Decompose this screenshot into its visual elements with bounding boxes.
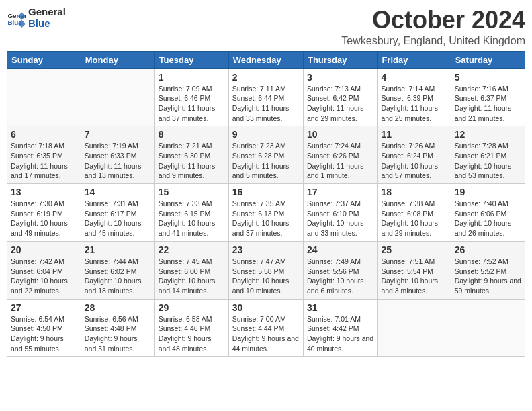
calendar-cell: 15Sunrise: 7:33 AM Sunset: 6:15 PM Dayli…	[154, 184, 228, 242]
calendar-cell: 28Sunrise: 6:56 AM Sunset: 4:48 PM Dayli…	[81, 299, 154, 357]
month-title: October 2024	[341, 7, 525, 34]
calendar-cell: 27Sunrise: 6:54 AM Sunset: 4:50 PM Dayli…	[7, 299, 81, 357]
calendar-cell: 20Sunrise: 7:42 AM Sunset: 6:04 PM Dayli…	[7, 241, 81, 299]
calendar-header: SundayMondayTuesdayWednesdayThursdayFrid…	[7, 51, 525, 68]
calendar-cell: 13Sunrise: 7:30 AM Sunset: 6:19 PM Dayli…	[7, 184, 81, 242]
day-number: 6	[11, 129, 77, 140]
column-header-friday: Friday	[378, 51, 451, 68]
day-info: Sunrise: 7:47 AM Sunset: 5:58 PM Dayligh…	[232, 257, 300, 296]
day-number: 14	[85, 187, 151, 197]
column-header-thursday: Thursday	[303, 51, 377, 68]
day-number: 15	[159, 187, 225, 197]
calendar-cell: 10Sunrise: 7:24 AM Sunset: 6:26 PM Dayli…	[303, 126, 377, 184]
day-info: Sunrise: 7:11 AM Sunset: 6:44 PM Dayligh…	[232, 84, 300, 124]
day-info: Sunrise: 7:52 AM Sunset: 5:52 PM Dayligh…	[455, 257, 521, 296]
day-info: Sunrise: 6:54 AM Sunset: 4:50 PM Dayligh…	[11, 314, 77, 354]
day-number: 29	[159, 302, 225, 313]
calendar-cell: 24Sunrise: 7:49 AM Sunset: 5:56 PM Dayli…	[303, 241, 377, 299]
day-number: 19	[455, 187, 521, 197]
day-info: Sunrise: 7:18 AM Sunset: 6:35 PM Dayligh…	[11, 141, 77, 181]
day-info: Sunrise: 7:31 AM Sunset: 6:17 PM Dayligh…	[85, 199, 151, 238]
day-number: 4	[381, 72, 447, 83]
calendar-cell: 8Sunrise: 7:21 AM Sunset: 6:30 PM Daylig…	[154, 126, 228, 184]
day-info: Sunrise: 7:09 AM Sunset: 6:46 PM Dayligh…	[159, 84, 225, 124]
day-info: Sunrise: 7:35 AM Sunset: 6:13 PM Dayligh…	[232, 199, 300, 238]
day-number: 24	[307, 244, 373, 255]
calendar-cell: 21Sunrise: 7:44 AM Sunset: 6:02 PM Dayli…	[81, 241, 154, 299]
day-number: 10	[307, 129, 373, 140]
calendar-cell: 2Sunrise: 7:11 AM Sunset: 6:44 PM Daylig…	[228, 68, 303, 126]
calendar-cell	[451, 299, 525, 357]
day-number: 25	[381, 244, 447, 255]
day-number: 18	[381, 187, 447, 197]
calendar-cell: 23Sunrise: 7:47 AM Sunset: 5:58 PM Dayli…	[228, 241, 303, 299]
day-number: 12	[455, 129, 521, 140]
day-info: Sunrise: 7:40 AM Sunset: 6:06 PM Dayligh…	[455, 199, 521, 238]
day-number: 31	[307, 302, 373, 313]
logo: General Blue General Blue	[7, 7, 66, 29]
column-header-saturday: Saturday	[451, 51, 525, 68]
day-info: Sunrise: 7:51 AM Sunset: 5:54 PM Dayligh…	[381, 257, 447, 296]
day-number: 13	[11, 187, 77, 197]
calendar-cell: 26Sunrise: 7:52 AM Sunset: 5:52 PM Dayli…	[451, 241, 525, 299]
day-info: Sunrise: 6:56 AM Sunset: 4:48 PM Dayligh…	[85, 314, 151, 354]
calendar-cell	[378, 299, 451, 357]
day-number: 30	[232, 302, 300, 313]
calendar-cell: 31Sunrise: 7:01 AM Sunset: 4:42 PM Dayli…	[303, 299, 377, 357]
day-info: Sunrise: 7:33 AM Sunset: 6:15 PM Dayligh…	[159, 199, 225, 238]
calendar-cell: 6Sunrise: 7:18 AM Sunset: 6:35 PM Daylig…	[7, 126, 81, 184]
day-number: 21	[85, 244, 151, 255]
day-info: Sunrise: 7:38 AM Sunset: 6:08 PM Dayligh…	[381, 199, 447, 238]
day-info: Sunrise: 7:30 AM Sunset: 6:19 PM Dayligh…	[11, 199, 77, 238]
day-info: Sunrise: 7:24 AM Sunset: 6:26 PM Dayligh…	[307, 141, 373, 181]
day-number: 3	[307, 72, 373, 83]
day-number: 27	[11, 302, 77, 313]
calendar-cell: 1Sunrise: 7:09 AM Sunset: 6:46 PM Daylig…	[154, 68, 228, 126]
day-info: Sunrise: 7:00 AM Sunset: 4:44 PM Dayligh…	[232, 314, 300, 354]
calendar-cell: 3Sunrise: 7:13 AM Sunset: 6:42 PM Daylig…	[303, 68, 377, 126]
day-number: 28	[85, 302, 151, 313]
day-info: Sunrise: 7:44 AM Sunset: 6:02 PM Dayligh…	[85, 257, 151, 296]
column-header-tuesday: Tuesday	[154, 51, 228, 68]
calendar-cell: 5Sunrise: 7:16 AM Sunset: 6:37 PM Daylig…	[451, 68, 525, 126]
day-info: Sunrise: 7:45 AM Sunset: 6:00 PM Dayligh…	[159, 257, 225, 296]
day-info: Sunrise: 7:13 AM Sunset: 6:42 PM Dayligh…	[307, 84, 373, 124]
day-info: Sunrise: 7:23 AM Sunset: 6:28 PM Dayligh…	[232, 141, 300, 181]
day-number: 7	[85, 129, 151, 140]
day-info: Sunrise: 7:42 AM Sunset: 6:04 PM Dayligh…	[11, 257, 77, 296]
calendar-cell: 14Sunrise: 7:31 AM Sunset: 6:17 PM Dayli…	[81, 184, 154, 242]
day-number: 11	[381, 129, 447, 140]
column-header-sunday: Sunday	[7, 51, 81, 68]
day-info: Sunrise: 7:16 AM Sunset: 6:37 PM Dayligh…	[455, 84, 521, 124]
day-number: 26	[455, 244, 521, 255]
column-header-monday: Monday	[81, 51, 154, 68]
calendar-cell: 9Sunrise: 7:23 AM Sunset: 6:28 PM Daylig…	[228, 126, 303, 184]
day-number: 9	[232, 129, 300, 140]
calendar-week-3: 13Sunrise: 7:30 AM Sunset: 6:19 PM Dayli…	[7, 184, 525, 242]
calendar-week-2: 6Sunrise: 7:18 AM Sunset: 6:35 PM Daylig…	[7, 126, 525, 184]
day-number: 20	[11, 244, 77, 255]
day-info: Sunrise: 7:26 AM Sunset: 6:24 PM Dayligh…	[381, 141, 447, 181]
calendar-cell: 22Sunrise: 7:45 AM Sunset: 6:00 PM Dayli…	[154, 241, 228, 299]
day-number: 1	[159, 72, 225, 83]
title-area: October 2024 Tewkesbury, England, United…	[341, 7, 525, 47]
day-info: Sunrise: 7:49 AM Sunset: 5:56 PM Dayligh…	[307, 257, 373, 296]
day-info: Sunrise: 7:19 AM Sunset: 6:33 PM Dayligh…	[85, 141, 151, 181]
calendar-cell: 7Sunrise: 7:19 AM Sunset: 6:33 PM Daylig…	[81, 126, 154, 184]
calendar-cell	[81, 68, 154, 126]
calendar-cell: 18Sunrise: 7:38 AM Sunset: 6:08 PM Dayli…	[378, 184, 451, 242]
location-title: Tewkesbury, England, United Kingdom	[341, 35, 525, 47]
calendar-cell: 19Sunrise: 7:40 AM Sunset: 6:06 PM Dayli…	[451, 184, 525, 242]
calendar-week-5: 27Sunrise: 6:54 AM Sunset: 4:50 PM Dayli…	[7, 299, 525, 357]
day-number: 2	[232, 72, 300, 83]
calendar-cell: 4Sunrise: 7:14 AM Sunset: 6:39 PM Daylig…	[378, 68, 451, 126]
calendar-cell: 29Sunrise: 6:58 AM Sunset: 4:46 PM Dayli…	[154, 299, 228, 357]
day-info: Sunrise: 7:01 AM Sunset: 4:42 PM Dayligh…	[307, 314, 373, 354]
calendar-cell: 11Sunrise: 7:26 AM Sunset: 6:24 PM Dayli…	[378, 126, 451, 184]
column-header-wednesday: Wednesday	[228, 51, 303, 68]
logo-icon: General Blue	[7, 9, 26, 28]
calendar-week-4: 20Sunrise: 7:42 AM Sunset: 6:04 PM Dayli…	[7, 241, 525, 299]
day-info: Sunrise: 6:58 AM Sunset: 4:46 PM Dayligh…	[159, 314, 225, 354]
calendar-table: SundayMondayTuesdayWednesdayThursdayFrid…	[7, 51, 525, 357]
calendar-cell: 16Sunrise: 7:35 AM Sunset: 6:13 PM Dayli…	[228, 184, 303, 242]
